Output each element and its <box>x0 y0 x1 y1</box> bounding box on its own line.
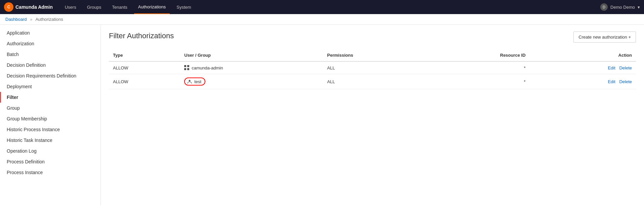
brand-logo: C Camunda Admin <box>4 2 53 12</box>
sidebar-item-decision-requirements-definition[interactable]: Decision Requirements Definition <box>0 70 100 81</box>
col-action: Action <box>530 49 636 61</box>
breadcrumb-current: Authorizations <box>35 17 63 22</box>
main-content: Filter Authorizations Create new authori… <box>101 25 644 205</box>
sidebar-item-operation-log[interactable]: Operation Log <box>0 146 100 156</box>
user-label: Demo Demo <box>610 5 635 10</box>
row2-user-group-cell: test <box>184 78 319 86</box>
brand-name: Camunda Admin <box>15 4 53 10</box>
table-row: ALLOW test <box>109 74 636 89</box>
user-dropdown-icon: ▾ <box>638 5 640 10</box>
sidebar-item-group-membership[interactable]: Group Membership <box>0 113 100 124</box>
nav-item-system[interactable]: System <box>172 0 195 14</box>
page-title: Filter Authorizations <box>109 32 174 40</box>
sidebar: Application Authorization Batch Decision… <box>0 25 101 205</box>
row1-user-group-cell: camunda-admin <box>184 65 319 70</box>
create-authorization-button[interactable]: Create new authorization + <box>573 32 636 43</box>
row2-type: ALLOW <box>109 74 180 89</box>
row2-delete-link[interactable]: Delete <box>619 79 632 84</box>
col-type: Type <box>109 49 180 61</box>
sidebar-item-decision-definition[interactable]: Decision Definition <box>0 60 100 70</box>
brand-icon: C <box>4 2 13 12</box>
sidebar-item-process-instance[interactable]: Process Instance <box>0 167 100 178</box>
user-avatar-nav: D <box>600 3 608 11</box>
sidebar-item-authorization[interactable]: Authorization <box>0 38 100 49</box>
page-layout: Application Authorization Batch Decision… <box>0 25 644 205</box>
table-row: ALLOW camunda-admin ALL * Edit Delet <box>109 61 636 74</box>
nav-item-tenants[interactable]: Tenants <box>108 0 131 14</box>
row1-type: ALLOW <box>109 61 180 74</box>
nav-item-authorizations[interactable]: Authorizations <box>134 0 170 14</box>
table-header: Type User / Group Permissions Resource I… <box>109 49 636 61</box>
table-body: ALLOW camunda-admin ALL * Edit Delet <box>109 61 636 89</box>
row1-permissions: ALL <box>323 61 427 74</box>
sidebar-item-process-definition[interactable]: Process Definition <box>0 156 100 167</box>
row1-user-group: camunda-admin <box>180 61 323 74</box>
row2-edit-link[interactable]: Edit <box>608 79 615 84</box>
col-permissions: Permissions <box>323 49 427 61</box>
nav-item-groups[interactable]: Groups <box>83 0 106 14</box>
page-header: Filter Authorizations Create new authori… <box>109 32 636 43</box>
sidebar-item-historic-process-instance[interactable]: Historic Process Instance <box>0 124 100 135</box>
row1-action: Edit Delete <box>530 61 636 74</box>
authorizations-table: Type User / Group Permissions Resource I… <box>109 49 636 89</box>
row2-permissions: ALL <box>323 74 427 89</box>
top-navigation: C Camunda Admin Users Groups Tenants Aut… <box>0 0 644 14</box>
svg-point-0 <box>189 80 191 82</box>
user-menu[interactable]: D Demo Demo ▾ <box>600 3 640 11</box>
row1-delete-link[interactable]: Delete <box>619 65 632 70</box>
sidebar-item-deployment[interactable]: Deployment <box>0 81 100 92</box>
row2-user-group: test <box>180 74 323 89</box>
row1-edit-link[interactable]: Edit <box>608 65 615 70</box>
breadcrumb-separator: » <box>30 17 32 22</box>
row1-user-group-name: camunda-admin <box>192 65 223 70</box>
group-icon <box>184 65 190 70</box>
row1-resource-id: * <box>427 61 530 74</box>
sidebar-item-batch[interactable]: Batch <box>0 49 100 60</box>
sidebar-item-application[interactable]: Application <box>0 28 100 38</box>
user-icon <box>187 79 192 84</box>
circled-user: test <box>184 78 205 86</box>
sidebar-item-group[interactable]: Group <box>0 103 100 113</box>
nav-item-users[interactable]: Users <box>61 0 80 14</box>
breadcrumb: Dashboard » Authorizations <box>0 14 644 25</box>
breadcrumb-home[interactable]: Dashboard <box>5 17 27 22</box>
sidebar-item-historic-task-instance[interactable]: Historic Task Instance <box>0 135 100 146</box>
row2-user-group-name: test <box>194 79 201 84</box>
row2-resource-id: * <box>427 74 530 89</box>
col-user-group: User / Group <box>180 49 323 61</box>
col-resource-id: Resource ID <box>427 49 530 61</box>
sidebar-item-filter[interactable]: Filter <box>0 92 100 103</box>
row2-action: Edit Delete <box>530 74 636 89</box>
